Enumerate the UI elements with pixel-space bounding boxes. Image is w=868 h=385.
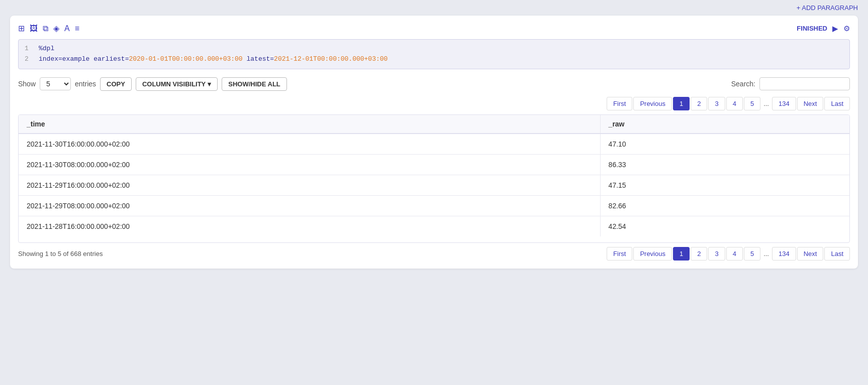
grid-icon[interactable]: ⊞ (18, 24, 25, 33)
finished-label: FINISHED (797, 25, 827, 32)
list-icon[interactable]: ≡ (75, 24, 79, 33)
entries-select[interactable]: 5 10 25 50 100 (40, 77, 71, 90)
line-num-1: 1 (25, 44, 31, 54)
search-row: Search: (731, 77, 850, 90)
top-bar: + ADD PARAGRAPH (0, 0, 868, 16)
cell-time-4: 2021-11-28T16:00:00.000+02:00 (19, 216, 600, 236)
search-input[interactable] (759, 77, 850, 90)
toolbar-right: FINISHED ▶ ⚙ (797, 24, 850, 33)
cell-time-1: 2021-11-30T08:00:00.000+02:00 (19, 154, 600, 175)
col-header-time: _time (19, 115, 600, 134)
play-icon[interactable]: ▶ (832, 24, 838, 33)
page-3-button-top[interactable]: 3 (708, 97, 725, 110)
show-hide-all-button[interactable]: SHOW/HIDE ALL (222, 77, 287, 91)
image-icon[interactable]: 🖼 (30, 24, 38, 33)
toolbar: ⊞ 🖼 ⧉ ◈ A ≡ FINISHED ▶ ⚙ (18, 24, 850, 33)
cell-raw-2: 47.15 (600, 175, 849, 195)
page-1-button-bottom[interactable]: 1 (673, 247, 690, 261)
cell-raw-4: 42.54 (600, 216, 849, 236)
text-icon[interactable]: A (64, 24, 70, 33)
first-button-bottom[interactable]: First (607, 247, 632, 261)
table-row: 2021-11-28T16:00:00.000+02:00 42.54 (19, 216, 849, 236)
controls-left: Show 5 10 25 50 100 entries COPY COLUMN … (18, 77, 287, 91)
add-paragraph-label: + ADD PARAGRAPH (797, 4, 858, 12)
copy-icon[interactable]: ⧉ (43, 24, 48, 33)
last-button-bottom[interactable]: Last (824, 247, 850, 261)
dots-bottom: ... (761, 247, 771, 260)
page-2-button-bottom[interactable]: 2 (691, 247, 707, 261)
add-paragraph-button[interactable]: + ADD PARAGRAPH (797, 4, 858, 12)
pagination-bottom: First Previous 1 2 3 4 5 ... 134 Next La… (607, 247, 850, 261)
page-134-button-top[interactable]: 134 (772, 97, 796, 110)
show-label: Show (18, 80, 36, 88)
page-5-button-bottom[interactable]: 5 (744, 247, 760, 261)
gear-icon[interactable]: ⚙ (843, 24, 850, 33)
toolbar-left: ⊞ 🖼 ⧉ ◈ A ≡ (18, 24, 79, 33)
table-row: 2021-11-29T08:00:00.000+02:00 82.66 (19, 195, 849, 216)
code-date2: 2021-12-01T00:00:00.000+03:00 (274, 55, 388, 63)
column-visibility-button[interactable]: COLUMN VISIBILITY ▾ (136, 77, 218, 91)
first-button-top[interactable]: First (607, 97, 632, 110)
dots-top: ... (761, 97, 771, 110)
code-line-1: 1 %dpl (25, 44, 843, 54)
table-row: 2021-11-30T16:00:00.000+02:00 47.10 (19, 134, 849, 155)
controls-row: Show 5 10 25 50 100 entries COPY COLUMN … (18, 77, 850, 91)
dropdown-arrow-icon: ▾ (208, 80, 211, 88)
pagination-top: First Previous 1 2 3 4 5 ... 134 Next La… (18, 97, 850, 110)
table-header-row: _time _raw (19, 115, 849, 134)
page-2-button-top[interactable]: 2 (691, 97, 707, 110)
next-button-bottom[interactable]: Next (797, 247, 824, 261)
page-3-button-bottom[interactable]: 3 (708, 247, 725, 261)
line-num-2: 2 (25, 54, 31, 65)
data-table: _time _raw 2021-11-30T16:00:00.000+02:00… (18, 114, 850, 243)
page-5-button-top[interactable]: 5 (744, 97, 760, 110)
cell-time-3: 2021-11-29T08:00:00.000+02:00 (19, 195, 600, 216)
cell-time-2: 2021-11-29T16:00:00.000+02:00 (19, 175, 600, 195)
cell-time-0: 2021-11-30T16:00:00.000+02:00 (19, 134, 600, 155)
page-1-button-top[interactable]: 1 (673, 97, 690, 110)
page-4-button-bottom[interactable]: 4 (726, 247, 743, 261)
table-row: 2021-11-29T16:00:00.000+02:00 47.15 (19, 175, 849, 195)
last-button-top[interactable]: Last (824, 97, 850, 110)
entries-label: entries (75, 80, 96, 88)
code-line-1-text: %dpl (39, 44, 54, 54)
code-line-2-prefix: index=example earliest=2020-01-01T00:00:… (39, 54, 388, 65)
col-header-raw: _raw (600, 115, 849, 134)
cell-raw-1: 86.33 (600, 154, 849, 175)
previous-button-bottom[interactable]: Previous (633, 247, 672, 261)
page-134-button-bottom[interactable]: 134 (772, 247, 796, 261)
copy-button[interactable]: COPY (100, 77, 132, 91)
highlight-icon[interactable]: ◈ (53, 24, 59, 33)
main-card: ⊞ 🖼 ⧉ ◈ A ≡ FINISHED ▶ ⚙ 1 %dpl 2 index=… (10, 16, 858, 269)
cell-raw-3: 82.66 (600, 195, 849, 216)
previous-button-top[interactable]: Previous (633, 97, 672, 110)
code-date1: 2020-01-01T00:00:00.000+03:00 (129, 55, 242, 63)
showing-text: Showing 1 to 5 of 668 entries (18, 250, 103, 258)
code-line-2: 2 index=example earliest=2020-01-01T00:0… (25, 54, 843, 65)
table-row: 2021-11-30T08:00:00.000+02:00 86.33 (19, 154, 849, 175)
code-block: 1 %dpl 2 index=example earliest=2020-01-… (18, 39, 850, 69)
bottom-row: Showing 1 to 5 of 668 entries First Prev… (18, 247, 850, 261)
next-button-top[interactable]: Next (797, 97, 824, 110)
page-4-button-top[interactable]: 4 (726, 97, 743, 110)
cell-raw-0: 47.10 (600, 134, 849, 155)
search-label: Search: (731, 80, 755, 88)
